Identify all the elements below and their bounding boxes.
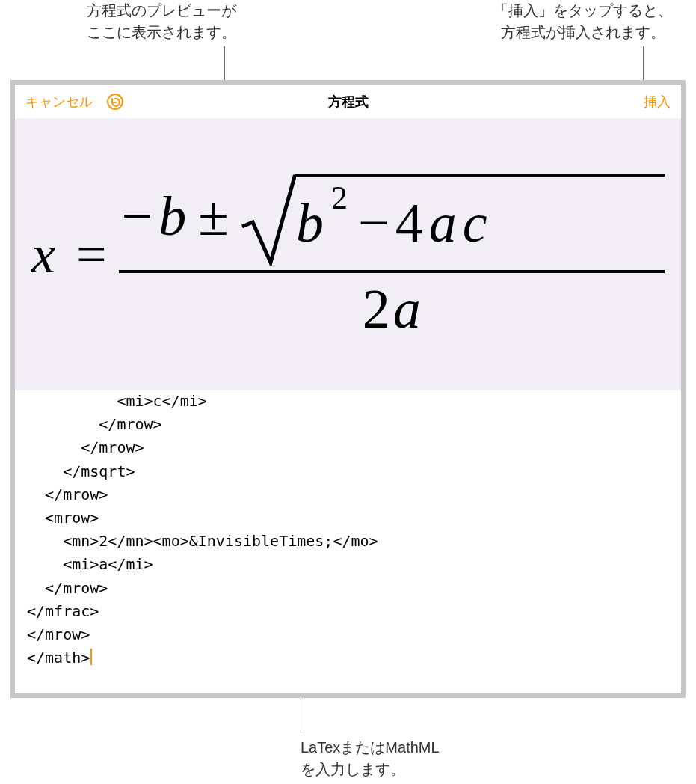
code-line: </msqrt> bbox=[27, 460, 669, 483]
code-line: </mrow> bbox=[27, 413, 669, 436]
eq-fraction: − b ± b 2 bbox=[119, 168, 665, 341]
eq-numerator: − b ± b 2 bbox=[119, 168, 665, 266]
callout-preview: 方程式のプレビューが ここに表示されます。 bbox=[64, 0, 259, 43]
navbar: キャンセル 方程式 挿入 bbox=[15, 85, 681, 119]
screen: キャンセル 方程式 挿入 x bbox=[15, 85, 681, 693]
code-line: </mrow> bbox=[27, 436, 669, 459]
code-line: </math> bbox=[27, 646, 669, 670]
cancel-button[interactable]: キャンセル bbox=[25, 93, 93, 111]
device-frame: キャンセル 方程式 挿入 x bbox=[10, 80, 686, 698]
eq-four: 4 bbox=[395, 192, 423, 255]
radical-sign-icon bbox=[241, 168, 296, 266]
code-line: <mi>a</mi> bbox=[27, 553, 669, 576]
code-line: </mrow> bbox=[27, 577, 669, 600]
eq-equals: = bbox=[76, 224, 107, 286]
code-line: <mn>2</mn><mo>&InvisibleTimes;</mo> bbox=[27, 530, 669, 553]
undo-icon[interactable] bbox=[106, 93, 124, 111]
eq-minus: − bbox=[122, 185, 153, 248]
navbar-title: 方程式 bbox=[328, 93, 369, 111]
callout-input-hint: LaTexまたはMathML を入力します。 bbox=[301, 737, 440, 780]
eq-denominator: 2 a bbox=[363, 278, 421, 341]
eq-plusminus: ± bbox=[192, 185, 235, 248]
equation: x = − b ± bbox=[31, 168, 665, 341]
eq-radical: b 2 − 4 a c bbox=[241, 168, 665, 266]
eq-b2-b: b bbox=[296, 192, 324, 255]
equation-preview: x = − b ± bbox=[15, 119, 681, 390]
code-line: </mfrac> bbox=[27, 600, 669, 623]
eq-b2-exp: 2 bbox=[331, 179, 348, 217]
eq-den-a: a bbox=[393, 278, 421, 341]
code-line: <mi>c</mi> bbox=[27, 390, 669, 413]
code-editor[interactable]: <mi>c</mi> </mrow> </mrow> </msqrt> </mr… bbox=[15, 390, 681, 693]
text-caret bbox=[90, 649, 92, 665]
eq-a: a bbox=[429, 192, 457, 255]
code-line: </mrow> bbox=[27, 483, 669, 506]
callout-insert: 「挿入」をタップすると、 方程式が挿入されます。 bbox=[478, 0, 688, 43]
eq-b: b bbox=[158, 185, 186, 248]
code-line: <mrow> bbox=[27, 506, 669, 530]
code-line: </mrow> bbox=[27, 623, 669, 646]
eq-radicand: b 2 − 4 a c bbox=[295, 174, 665, 271]
eq-den-2: 2 bbox=[363, 278, 390, 341]
eq-x: x bbox=[31, 224, 55, 286]
eq-c: c bbox=[463, 192, 487, 255]
insert-button[interactable]: 挿入 bbox=[644, 93, 671, 111]
eq-minus2: − bbox=[358, 192, 389, 255]
